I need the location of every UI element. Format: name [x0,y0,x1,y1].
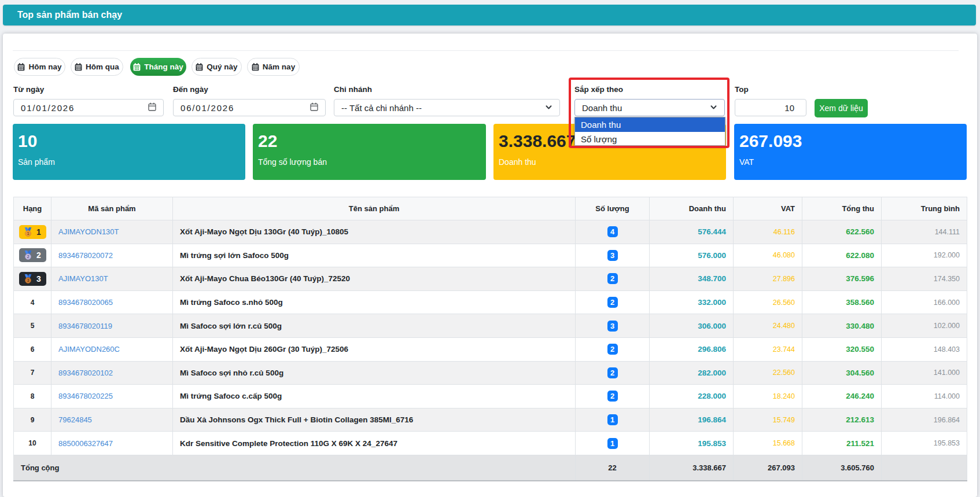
svg-text:2: 2 [27,255,30,259]
svg-text:3: 3 [27,278,30,282]
svg-text:1: 1 [27,231,30,235]
